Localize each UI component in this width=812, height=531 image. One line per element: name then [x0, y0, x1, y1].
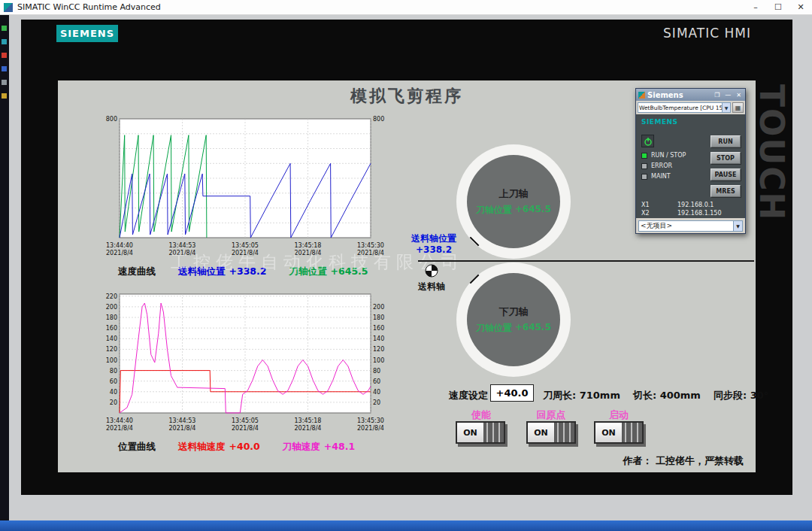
- svg-text:2021/8/4: 2021/8/4: [232, 425, 259, 432]
- home-switch-label: 回原点: [529, 408, 574, 422]
- svg-text:13:44:53: 13:44:53: [169, 242, 196, 249]
- main-panel: 模拟飞剪程序 80080013:44:402021/8/413:44:53202…: [58, 80, 756, 472]
- feed-axis-label: 送料轴: [409, 281, 454, 293]
- desktop-edge: [0, 15, 9, 520]
- plc-float-icon[interactable]: ❐: [713, 92, 721, 99]
- svg-text:2021/8/4: 2021/8/4: [295, 425, 322, 432]
- process-parameters: 刀周长: 710mm 切长: 400mm 同步段: 30°: [543, 389, 781, 402]
- close-button[interactable]: ✕: [789, 0, 812, 14]
- speed-trend-svg: 80080013:44:402021/8/413:44:532021/8/413…: [100, 113, 389, 263]
- plc-station-select[interactable]: WetBulbTemperature [CPU 1515-2 PN ▼: [638, 102, 731, 113]
- svg-text:180: 180: [373, 314, 384, 321]
- legend-knife-speed: 刀轴速度 +48.1: [283, 441, 355, 454]
- svg-text:220: 220: [106, 293, 117, 300]
- plc-titlebar[interactable]: Siemens ❐ — ✕: [636, 89, 745, 101]
- hmi-screen: SIEMENS SIMATIC HMI TOUCH 模拟飞剪程序 8008001…: [21, 20, 792, 495]
- plc-body: SIEMENS RUN / STOP ERROR: [636, 114, 745, 218]
- lower-shaft: 下刀轴 刀轴位置 +645.5: [467, 273, 560, 366]
- svg-text:60: 60: [110, 378, 117, 385]
- svg-text:200: 200: [106, 304, 117, 311]
- switch-grip: [623, 423, 642, 442]
- plc-project-select[interactable]: <无项目> ▼: [638, 220, 743, 232]
- svg-text:40: 40: [373, 389, 380, 396]
- enable-switch[interactable]: ON: [456, 421, 505, 444]
- svg-text:100: 100: [373, 357, 384, 364]
- svg-text:140: 140: [373, 335, 384, 342]
- desktop-icon: [2, 39, 7, 44]
- enable-switch-label: 使能: [459, 408, 504, 422]
- svg-text:120: 120: [373, 346, 384, 353]
- plc-tool-button[interactable]: ▦: [732, 102, 744, 113]
- windows-taskbar[interactable]: [0, 520, 812, 531]
- interface-x1: X1 192.168.0.1: [641, 202, 714, 208]
- simatic-hmi-label: SIMATIC HMI: [663, 26, 751, 41]
- plc-pause-button[interactable]: PAUSE: [710, 168, 741, 181]
- svg-text:13:45:30: 13:45:30: [357, 242, 384, 249]
- feed-roller-icon: [424, 263, 439, 278]
- wincc-app-icon: [4, 3, 13, 12]
- legend-feed-speed: 送料轴速度 +40.0: [178, 441, 260, 454]
- plc-brand: SIEMENS: [641, 118, 678, 126]
- svg-text:80: 80: [110, 368, 117, 375]
- plc-minimize-icon[interactable]: —: [723, 92, 732, 99]
- plc-run-button[interactable]: RUN: [710, 135, 741, 147]
- svg-text:180: 180: [106, 314, 117, 321]
- svg-text:13:44:40: 13:44:40: [106, 242, 133, 249]
- maximize-button[interactable]: ☐: [767, 0, 789, 14]
- svg-text:800: 800: [106, 116, 117, 123]
- knife-circumference: 刀周长: 710mm: [543, 389, 620, 402]
- svg-text:13:45:05: 13:45:05: [232, 417, 259, 424]
- position-trend-svg: 2202001801601401201008060402020018016014…: [100, 288, 389, 438]
- start-switch[interactable]: ON: [594, 421, 644, 444]
- plc-project-row: <无项目> ▼: [636, 218, 745, 233]
- svg-text:13:44:53: 13:44:53: [169, 417, 196, 424]
- feed-axis-position: 送料轴位置 +338.2: [396, 233, 471, 256]
- maint-led: [641, 174, 647, 180]
- svg-text:20: 20: [110, 399, 117, 406]
- svg-text:2021/8/4: 2021/8/4: [106, 425, 133, 432]
- siemens-logo: SIEMENS: [56, 25, 118, 42]
- window-titlebar: SIMATIC WinCC Runtime Advanced – ☐ ✕: [0, 0, 812, 15]
- chevron-down-icon[interactable]: ▼: [733, 221, 742, 231]
- plc-close-icon[interactable]: ✕: [735, 92, 743, 99]
- led-maint: MAINT: [641, 173, 671, 180]
- start-switch-label: 启动: [596, 408, 641, 422]
- desktop-icon: [2, 66, 7, 71]
- desktop-icon: [2, 53, 7, 58]
- svg-text:2021/8/4: 2021/8/4: [357, 425, 384, 432]
- plc-mres-button[interactable]: MRES: [710, 185, 741, 197]
- cut-length: 切长: 400mm: [633, 389, 701, 402]
- svg-text:160: 160: [106, 325, 117, 332]
- author-note: 作者： 工控佬牛，严禁转载: [623, 454, 744, 468]
- svg-text:40: 40: [110, 389, 117, 396]
- svg-text:13:45:05: 13:45:05: [232, 242, 259, 249]
- home-switch[interactable]: ON: [526, 421, 576, 444]
- screen: SIMATIC WinCC Runtime Advanced – ☐ ✕ SIE…: [0, 0, 812, 531]
- legend-title: 速度曲线: [118, 266, 156, 278]
- plc-window-icon: [638, 92, 645, 99]
- svg-text:160: 160: [373, 325, 384, 332]
- svg-text:100: 100: [106, 357, 117, 364]
- speed-setting-label: 速度设定: [449, 389, 488, 402]
- plc-sim-window: Siemens ❐ — ✕ WetBulbTemperature [CPU 15…: [635, 88, 746, 234]
- error-led: [641, 163, 647, 169]
- desktop-icon: [2, 80, 7, 85]
- upper-shaft: 上刀轴 刀轴位置 +645.5: [467, 155, 560, 248]
- minimize-button[interactable]: –: [744, 0, 767, 14]
- led-run-stop: RUN / STOP: [641, 152, 686, 159]
- svg-text:80: 80: [373, 368, 380, 375]
- svg-text:800: 800: [373, 116, 384, 123]
- speed-trend-chart: 80080013:44:402021/8/413:44:532021/8/413…: [100, 113, 389, 263]
- svg-text:20: 20: [373, 399, 380, 406]
- svg-text:2021/8/4: 2021/8/4: [169, 425, 196, 432]
- svg-text:13:44:40: 13:44:40: [106, 417, 133, 424]
- desktop-icon: [2, 26, 7, 31]
- power-button-icon[interactable]: [641, 135, 654, 147]
- speed-setting-input[interactable]: [490, 384, 534, 402]
- svg-text:200: 200: [373, 304, 384, 311]
- led-error: ERROR: [641, 162, 672, 169]
- chevron-down-icon[interactable]: ▼: [722, 103, 730, 112]
- interface-x2: X2 192.168.1.150: [641, 210, 722, 217]
- plc-stop-button[interactable]: STOP: [710, 152, 741, 164]
- material-strip-line: [418, 260, 754, 262]
